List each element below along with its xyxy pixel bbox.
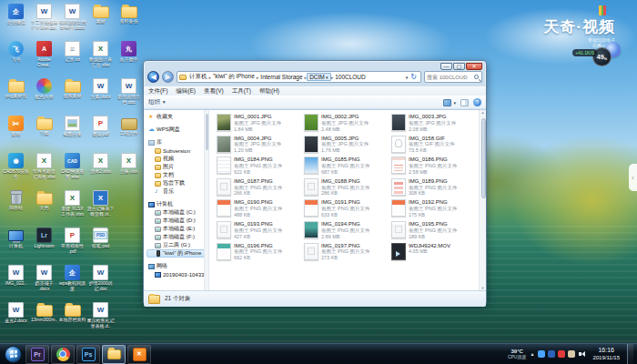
desktop-icon[interactable]: 丸丸子助手	[115, 39, 143, 76]
breadcrumb-segment[interactable]: Internal Storage	[258, 74, 304, 80]
minimize-button[interactable]: —	[440, 63, 452, 70]
desktop-icon[interactable]: 新建 XLSX 工作表.xlsx	[58, 188, 86, 226]
taskbar-button-premiere[interactable]: Pr	[25, 345, 49, 364]
desktop-icon[interactable]: 奶茶铺子 .docx	[30, 263, 58, 300]
close-button[interactable]: ✕	[466, 63, 482, 70]
taskbar-button-explorer[interactable]	[102, 345, 126, 364]
sidebar-item[interactable]: 本地磁盘 (D:)	[147, 217, 208, 225]
desktop-icon[interactable]: 记录.txt	[58, 39, 86, 76]
desktop-icon[interactable]: 护理2000词 记.doc	[86, 263, 115, 300]
menu-item[interactable]: 文件(F)	[148, 87, 167, 96]
desktop-icon[interactable]: 企wps教程回温 度	[58, 263, 86, 300]
file-item[interactable]: IMG_0158.GIF看图王 GIF 图片文件73.5 KB	[389, 135, 475, 157]
sidebar-item[interactable]: 计算机	[147, 200, 208, 208]
file-item[interactable]: IMG_0192.PNG看图王 PNG 图片文件175 KB	[389, 198, 475, 220]
desktop-icon[interactable]: 蓝光2.docx	[2, 300, 30, 338]
sidebar-item[interactable]: 豆二两 (G:)	[147, 241, 208, 249]
desktop-icon[interactable]: 项目说明文档 最终版.docx	[58, 2, 86, 39]
desktop-icon[interactable]: 混合记账表下 载登载.xl..	[86, 188, 115, 226]
desktop-icon[interactable]: 配色大师	[30, 76, 58, 114]
sidebar-item[interactable]: 网络	[147, 262, 208, 270]
sidebar-item[interactable]: 图片	[147, 163, 208, 171]
tray-icon[interactable]	[548, 350, 555, 358]
desktop-icon[interactable]: 本地存档资料	[58, 300, 86, 338]
maximize-button[interactable]: ▢	[453, 63, 465, 70]
taskbar-button-chrome[interactable]	[51, 345, 75, 364]
forward-button[interactable]: ▶	[162, 71, 174, 83]
start-button[interactable]	[5, 346, 22, 363]
desktop-icon[interactable]: ◉CAD670安装 包	[2, 151, 30, 188]
menu-item[interactable]: 查看(V)	[204, 87, 224, 96]
organize-button[interactable]: 组织 ▼	[148, 98, 167, 106]
menu-item[interactable]: 工具(T)	[232, 87, 251, 96]
desktop-icon[interactable]: 飞飞书	[2, 39, 30, 76]
desktop-icon[interactable]: IMG_022..	[2, 263, 30, 300]
sidebar-item[interactable]: "kiwi" 的 iPhone	[147, 249, 208, 258]
refresh-icon[interactable]: ↻	[409, 73, 419, 81]
sidebar-item[interactable]: 本地磁盘 (C:)	[147, 208, 208, 217]
breadcrumb-segment[interactable]: "kiwi" 的 iPhone	[211, 73, 257, 81]
taskbar-button-app-x[interactable]: ✕	[127, 345, 151, 364]
desktop-icon[interactable]: 计算机	[2, 226, 30, 263]
taskbar-button-photoshop[interactable]: Ps	[76, 345, 100, 364]
sidebar-item[interactable]: 20190403-104337	[147, 270, 208, 278]
preview-pane-icon[interactable]	[460, 99, 469, 106]
back-button[interactable]: ◀	[147, 71, 159, 83]
desktop-icon[interactable]: CADCAD快速看 图.exe	[58, 151, 86, 188]
file-item[interactable]: IMG_0188.PNG看图王 PNG 图片文件286 KB	[302, 177, 388, 199]
sidebar-item[interactable]: 本地磁盘 (E:)	[147, 225, 208, 233]
sidebar-scrollbar[interactable]	[204, 110, 208, 290]
desktop-icon[interactable]: 常用模板性 .pdf	[58, 226, 86, 263]
desktop-icon[interactable]: 通知.pdf	[86, 114, 115, 151]
file-item[interactable]: IMG_0004.JPG看图王 JPG 图片文件1.20 MB	[215, 135, 300, 157]
desktop-icon[interactable]: 资料备份	[115, 2, 143, 39]
sidebar-item[interactable]: 视频	[147, 155, 208, 163]
tray-icon[interactable]	[558, 350, 565, 358]
file-list-scrollbar[interactable]: ▲ ▼	[479, 110, 486, 290]
change-view-icon[interactable]	[443, 99, 451, 106]
file-item[interactable]: IMG_0190.PNG看图王 PNG 图片文件488 KB	[215, 198, 300, 220]
acceleration-ball[interactable]: +41.1K/S 49%	[592, 47, 612, 66]
file-item[interactable]: IMG_0005.JPG看图王 JPG 图片文件1.76 MB	[302, 135, 388, 157]
file-item[interactable]: IMG_0196.PNG看图王 PNG 图片文件662 KB	[215, 242, 300, 264]
desktop-icon[interactable]: LrLightroom	[30, 226, 58, 263]
search-input[interactable]	[427, 75, 474, 80]
desktop-icon[interactable]: 清单2.xlsx	[86, 151, 115, 188]
scrollbar-thumb[interactable]	[481, 118, 486, 198]
file-item[interactable]: IMG_0186.PNG看图王 PNG 图片文件2.58 MB	[389, 156, 475, 177]
file-item[interactable]: IMG_0003.JPG看图王 JPG 图片文件2.08 MB	[389, 113, 475, 135]
desktop-icon[interactable]: png素材包	[2, 76, 30, 114]
desktop-icon[interactable]: 工程文件	[115, 114, 143, 151]
desktop-icon[interactable]: 十二月份报表 汇总表格.do..	[30, 2, 58, 39]
desktop-icon[interactable]: 摩尔检查礼记 录表格.d..	[86, 300, 115, 338]
tray-icon[interactable]	[538, 350, 545, 358]
file-item[interactable]: IMG_0194.PNG看图王 PNG 图片文件2.86 MB	[302, 220, 388, 242]
menu-item[interactable]: 帮助(H)	[259, 87, 279, 96]
file-item[interactable]: IMG_0197.PNG看图王 PNG 图片文件273 KB	[302, 242, 388, 264]
desktop-icon[interactable]: 文档	[30, 188, 58, 226]
desktop-icon[interactable]: 炫笔.psd	[86, 226, 115, 263]
file-item[interactable]: IMG_0184.PNG看图王 PNG 图片文件622 KB	[215, 156, 300, 177]
breadcrumb-segment[interactable]: DCIM ▾	[307, 73, 331, 81]
desktop-icon[interactable]: 年终考勤登 记表格.xlsx	[30, 151, 58, 188]
edge-slide-tab[interactable]: ‹	[629, 164, 637, 191]
file-item[interactable]: IMG_0193.PNG看图王 PNG 图片文件427 KB	[215, 220, 300, 242]
tray-expand-icon[interactable]: ▲	[530, 351, 534, 357]
tray-icon[interactable]	[568, 350, 575, 358]
sidebar-item[interactable]: 收藏夹	[147, 113, 208, 121]
desktop-icon[interactable]: 使用说明文 档.doc	[115, 76, 143, 114]
desktop-icon[interactable]: 数据统计表 汇总.xlsx	[86, 39, 115, 76]
sidebar-item[interactable]: Subversion	[147, 147, 208, 155]
taskbar-clock[interactable]: 16:16 2019/11/15	[589, 347, 623, 361]
file-item[interactable]: WDJH9242.MOV4.05 MB	[389, 242, 475, 264]
desktop-icon[interactable]: 13mm300m..	[30, 300, 58, 338]
desktop-icon[interactable]: 素材	[86, 2, 115, 39]
sidebar-item[interactable]: 音乐	[147, 187, 208, 196]
sidebar-item[interactable]: 本地磁盘 (F:)	[147, 233, 208, 241]
address-dropdown-icon[interactable]: ▾	[406, 75, 409, 80]
desktop-icon[interactable]: AAdobe Creat..	[30, 39, 58, 76]
file-item[interactable]: IMG_0189.PNG看图王 PNG 图片文件308 KB	[389, 177, 475, 199]
file-item[interactable]: IMG_0195.PNG看图王 PNG 图片文件189 KB	[389, 220, 475, 242]
file-item[interactable]: IMG_0002.JPG看图王 JPG 图片文件2.48 MB	[302, 113, 388, 135]
sidebar-item[interactable]: 库	[147, 138, 208, 147]
